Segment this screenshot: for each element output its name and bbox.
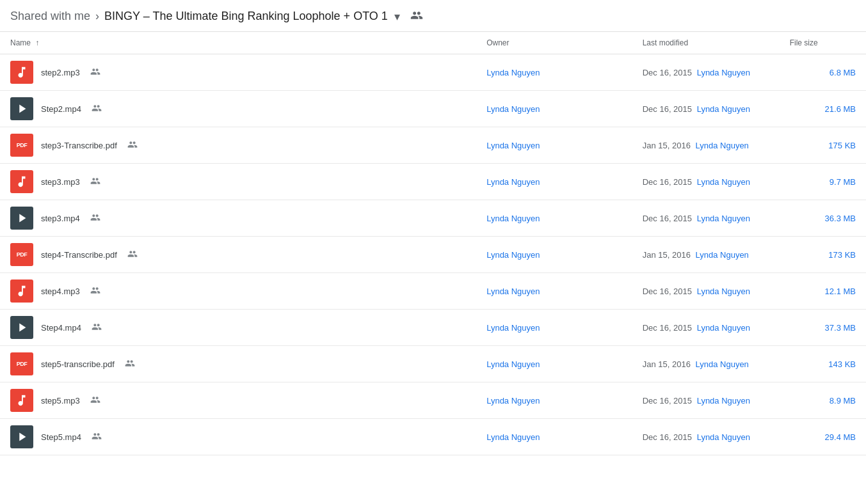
file-modified-cell: Jan 15, 2016 Lynda Nguyen [632,127,780,164]
mp4-icon [10,97,33,120]
file-owner-cell: Lynda Nguyen [476,419,632,455]
file-table: Name ↑ Owner Last modified File size ste… [0,32,866,455]
file-size-cell: 36.3 MB [780,200,866,237]
file-name-label: step4.mp3 [41,287,80,296]
file-name-label: step5.mp3 [41,396,80,406]
file-size-cell: 9.7 MB [780,164,866,200]
file-name-label: step2.mp3 [41,68,80,77]
table-row[interactable]: step4.mp3 Lynda Nguyen Dec 16, 2015 Lynd… [0,273,866,310]
col-name-header[interactable]: Name ↑ [0,32,476,54]
file-name-label: step3.mp4 [41,214,80,223]
modifier-name: Lynda Nguyen [694,68,750,77]
file-modified-cell: Jan 15, 2016 Lynda Nguyen [632,346,780,382]
table-row[interactable]: PDF step5-transcribe.pdf Lynda Nguyen Ja… [0,346,866,382]
table-header-row: Name ↑ Owner Last modified File size [0,32,866,54]
col-size-header[interactable]: File size [780,32,866,54]
file-modified-cell: Dec 16, 2015 Lynda Nguyen [632,273,780,310]
shared-users-icon [127,139,138,152]
file-name-cell: Step4.mp4 [0,310,476,346]
file-name-cell: step2.mp3 [0,54,476,91]
file-name-label: Step4.mp4 [41,323,81,333]
file-size-cell: 143 KB [780,346,866,382]
shared-users-icon [92,322,102,334]
file-modified-cell: Dec 16, 2015 Lynda Nguyen [632,382,780,419]
mp3-icon [10,170,33,193]
file-size-cell: 21.6 MB [780,91,866,127]
shared-users-icon [127,249,138,261]
file-size-cell: 12.1 MB [780,273,866,310]
file-owner-cell: Lynda Nguyen [476,382,632,419]
file-name-label: step3.mp3 [41,177,80,187]
table-row[interactable]: PDF step3-Transcribe.pdf Lynda Nguyen Ja… [0,127,866,164]
breadcrumb-dropdown-icon[interactable]: ▾ [394,10,400,24]
file-name-cell: step3.mp4 [0,200,476,237]
file-modified-cell: Dec 16, 2015 Lynda Nguyen [632,91,780,127]
pdf-icon: PDF [10,243,33,266]
file-modified-cell: Dec 16, 2015 Lynda Nguyen [632,54,780,91]
mp4-icon [10,207,33,230]
mp4-icon [10,316,33,339]
file-name-cell: step4.mp3 [0,273,476,310]
table-row[interactable]: step3.mp4 Lynda Nguyen Dec 16, 2015 Lynd… [0,200,866,237]
table-row[interactable]: Step5.mp4 Lynda Nguyen Dec 16, 2015 Lynd… [0,419,866,455]
mp3-icon [10,389,33,412]
file-name-label: Step5.mp4 [41,432,81,442]
shared-users-icon [90,67,100,79]
table-row[interactable]: Step4.mp4 Lynda Nguyen Dec 16, 2015 Lynd… [0,310,866,346]
col-modified-header[interactable]: Last modified [632,32,780,54]
file-owner-cell: Lynda Nguyen [476,237,632,273]
shared-users-icon [125,358,135,370]
sort-arrow-icon: ↑ [35,38,39,47]
breadcrumb-shared-link[interactable]: Shared with me [10,10,90,23]
mp4-icon [10,425,33,448]
modifier-name: Lynda Nguyen [694,396,750,406]
file-owner-cell: Lynda Nguyen [476,346,632,382]
breadcrumb-folder-name: BINGY – The Ultimate Bing Ranking Loopho… [104,10,388,23]
file-size-cell: 173 KB [780,237,866,273]
table-row[interactable]: Step2.mp4 Lynda Nguyen Dec 16, 2015 Lynd… [0,91,866,127]
modifier-name: Lynda Nguyen [693,141,749,150]
shared-users-icon [92,103,102,115]
shared-users-icon [90,285,100,297]
file-name-label: step5-transcribe.pdf [41,359,115,369]
pdf-icon: PDF [10,134,33,157]
file-name-cell: Step2.mp4 [0,91,476,127]
file-name-cell: step5.mp3 [0,382,476,419]
file-size-cell: 8.9 MB [780,382,866,419]
modifier-name: Lynda Nguyen [694,177,750,187]
file-owner-cell: Lynda Nguyen [476,310,632,346]
modifier-name: Lynda Nguyen [693,359,749,369]
file-name-cell: step3.mp3 [0,164,476,200]
file-size-cell: 37.3 MB [780,310,866,346]
file-size-cell: 6.8 MB [780,54,866,91]
breadcrumb-chevron-icon: › [95,10,99,23]
file-owner-cell: Lynda Nguyen [476,91,632,127]
file-owner-cell: Lynda Nguyen [476,127,632,164]
file-name-cell: Step5.mp4 [0,419,476,455]
modifier-name: Lynda Nguyen [694,323,750,333]
file-modified-cell: Jan 15, 2016 Lynda Nguyen [632,237,780,273]
shared-users-icon [90,176,100,188]
file-name-cell: PDF step5-transcribe.pdf [0,346,476,382]
modifier-name: Lynda Nguyen [694,214,750,223]
table-row[interactable]: step3.mp3 Lynda Nguyen Dec 16, 2015 Lynd… [0,164,866,200]
modifier-name: Lynda Nguyen [694,287,750,296]
shared-users-icon [92,431,102,443]
col-owner-header[interactable]: Owner [476,32,632,54]
file-owner-cell: Lynda Nguyen [476,164,632,200]
file-size-cell: 29.4 MB [780,419,866,455]
table-row[interactable]: PDF step4-Transcribe.pdf Lynda Nguyen Ja… [0,237,866,273]
file-name-label: Step2.mp4 [41,104,81,114]
breadcrumb-people-icon[interactable] [410,9,423,24]
table-row[interactable]: step2.mp3 Lynda Nguyen Dec 16, 2015 Lynd… [0,54,866,91]
file-name-cell: PDF step3-Transcribe.pdf [0,127,476,164]
modifier-name: Lynda Nguyen [694,104,750,114]
mp3-icon [10,61,33,84]
pdf-icon: PDF [10,352,33,375]
mp3-icon [10,280,33,303]
file-modified-cell: Dec 16, 2015 Lynda Nguyen [632,164,780,200]
table-row[interactable]: step5.mp3 Lynda Nguyen Dec 16, 2015 Lynd… [0,382,866,419]
file-owner-cell: Lynda Nguyen [476,54,632,91]
breadcrumb: Shared with me › BINGY – The Ultimate Bi… [0,0,866,32]
file-owner-cell: Lynda Nguyen [476,273,632,310]
